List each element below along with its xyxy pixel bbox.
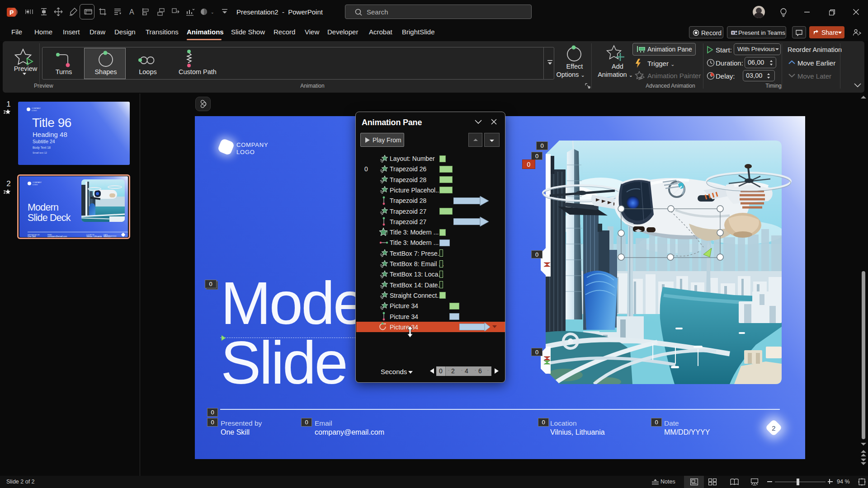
svg-text:T: T (732, 31, 734, 35)
svg-text:P: P (9, 9, 14, 16)
svg-text:A: A (129, 8, 134, 16)
